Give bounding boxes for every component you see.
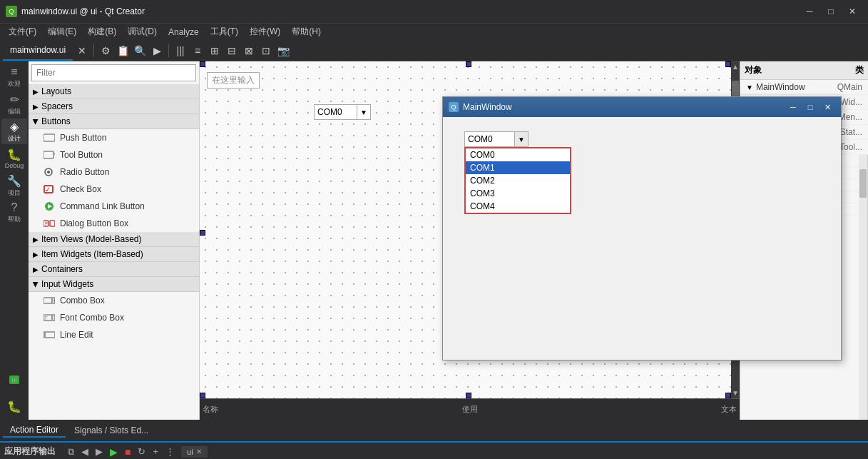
output-tab-ui[interactable]: ui ✕ bbox=[181, 446, 208, 458]
toolbar-btn-8[interactable]: ⊟ bbox=[224, 43, 240, 59]
toolbar-btn-11[interactable]: 📷 bbox=[275, 43, 291, 59]
scroll-down-arrow[interactable]: ▼ bbox=[730, 388, 740, 398]
tool-button-label: Tool Button bbox=[60, 150, 193, 160]
action-tab-1[interactable]: Signals / Slots Ed... bbox=[67, 424, 155, 437]
output-btn-more[interactable]: ⋮ bbox=[163, 445, 177, 458]
toolbar-btn-9[interactable]: ⊠ bbox=[241, 43, 257, 59]
rp-item-mainwindow[interactable]: ▼ MainWindow QMain bbox=[740, 80, 868, 95]
tool-button-icon bbox=[43, 148, 56, 161]
command-link-label: Command Link Button bbox=[60, 201, 193, 211]
toolbar-tab-mainwindow[interactable]: mainwindow.ui bbox=[3, 40, 73, 61]
category-layouts[interactable]: ▶ Layouts bbox=[29, 84, 199, 99]
spacers-expand-icon: ▶ bbox=[33, 103, 39, 111]
combo-box-label: Combo Box bbox=[60, 296, 193, 306]
mw-close-btn[interactable]: ✕ bbox=[820, 101, 835, 114]
toolbar-close-btn[interactable]: ✕ bbox=[74, 43, 90, 59]
toolbar-btn-3[interactable]: 🔍 bbox=[132, 43, 148, 59]
menu-build[interactable]: 构建(B) bbox=[82, 24, 122, 40]
output-btn-plus[interactable]: + bbox=[150, 445, 160, 458]
dropdown-item-com1[interactable]: COM1 bbox=[466, 161, 570, 174]
check-box-label: Check Box bbox=[60, 184, 193, 194]
push-button-icon bbox=[43, 131, 56, 144]
right-scrollbar[interactable] bbox=[859, 155, 867, 420]
sidebar-icon-debug[interactable]: 🐛 Debug bbox=[1, 146, 27, 171]
menu-file[interactable]: 文件(F) bbox=[3, 24, 42, 40]
dropdown-item-com3[interactable]: COM3 bbox=[466, 187, 570, 200]
menu-tools[interactable]: 工具(T) bbox=[205, 24, 244, 40]
toolbar-btn-6[interactable]: ≡ bbox=[190, 43, 205, 59]
scroll-up-arrow[interactable]: ▲ bbox=[730, 61, 740, 72]
widget-combo-box[interactable]: ▼ Combo Box bbox=[29, 292, 199, 309]
output-btn-run[interactable]: ▶ bbox=[108, 445, 120, 458]
mw-minimize-btn[interactable]: ─ bbox=[785, 101, 801, 114]
filter-input[interactable] bbox=[31, 64, 196, 81]
category-buttons[interactable]: ▶ Buttons bbox=[29, 114, 199, 129]
widget-font-combo[interactable]: F Font Combo Box bbox=[29, 309, 199, 326]
widget-command-link[interactable]: Command Link Button bbox=[29, 198, 199, 215]
menu-edit[interactable]: 编辑(E) bbox=[42, 24, 82, 40]
popup-combo-arrow[interactable]: ▼ bbox=[514, 132, 528, 146]
widget-line-edit[interactable]: Line Edit bbox=[29, 326, 199, 343]
toolbar-separator bbox=[93, 44, 94, 57]
close-button[interactable]: ✕ bbox=[842, 4, 862, 19]
item-views-label: Item Views (Model-Based) bbox=[41, 234, 142, 244]
toolbar-btn-10[interactable]: ⊡ bbox=[258, 43, 274, 59]
push-button-label: Push Button bbox=[60, 133, 193, 143]
popup-combo-box[interactable]: COM0 ▼ bbox=[464, 131, 529, 147]
category-spacers[interactable]: ▶ Spacers bbox=[29, 99, 199, 114]
category-input-widgets[interactable]: ▶ Input Widgets bbox=[29, 277, 199, 292]
category-item-widgets[interactable]: ▶ Item Widgets (Item-Based) bbox=[29, 247, 199, 262]
widget-dialog-button[interactable]: ✕ Dialog Button Box bbox=[29, 215, 199, 232]
output-btn-restart[interactable]: ↻ bbox=[136, 445, 148, 458]
output-tab-close[interactable]: ✕ bbox=[196, 448, 202, 455]
category-item-views[interactable]: ▶ Item Views (Model-Based) bbox=[29, 232, 199, 247]
toolbar-btn-2[interactable]: 📋 bbox=[115, 43, 131, 59]
widget-push-button[interactable]: Push Button bbox=[29, 129, 199, 146]
sidebar-icon-debug2[interactable]: 🐛 bbox=[1, 394, 27, 420]
layouts-label: Layouts bbox=[41, 86, 71, 96]
canvas-label-name: 名称 bbox=[203, 404, 218, 415]
sidebar-icon-help[interactable]: ? 帮助 bbox=[1, 200, 27, 226]
minimize-button[interactable]: ─ bbox=[800, 4, 820, 19]
output-btn-next[interactable]: ▶ bbox=[93, 445, 105, 458]
menu-debug[interactable]: 调试(D) bbox=[122, 24, 163, 40]
buttons-expand-icon: ▶ bbox=[32, 118, 40, 124]
widget-tool-button[interactable]: Tool Button bbox=[29, 146, 199, 163]
menu-analyze[interactable]: Analyze bbox=[163, 24, 205, 40]
sidebar-icon-projects[interactable]: 🔧 项目 bbox=[1, 173, 27, 198]
dropdown-item-com4[interactable]: COM4 bbox=[466, 200, 570, 213]
toolbar-btn-7[interactable]: ⊞ bbox=[207, 43, 223, 59]
svg-rect-1 bbox=[44, 151, 53, 158]
popup-combo-value: COM0 bbox=[465, 134, 514, 144]
toolbar-btn-4[interactable]: ▶ bbox=[149, 43, 165, 59]
handle-bl bbox=[200, 393, 205, 398]
output-btn-stop[interactable]: ■ bbox=[123, 445, 133, 458]
canvas-combo-arrow[interactable]: ▼ bbox=[357, 105, 370, 119]
toolbar-btn-5[interactable]: ||| bbox=[173, 43, 188, 59]
maximize-button[interactable]: □ bbox=[821, 4, 841, 19]
menu-help[interactable]: 帮助(H) bbox=[286, 24, 327, 40]
menu-widgets[interactable]: 控件(W) bbox=[244, 24, 286, 40]
sidebar-icon-ui[interactable]: ui bbox=[1, 367, 27, 393]
svg-point-4 bbox=[47, 171, 50, 173]
sidebar-icon-design[interactable]: ◈ 设计 bbox=[1, 118, 27, 144]
buttons-label: Buttons bbox=[41, 116, 71, 126]
canvas-combo[interactable]: COM0 ▼ bbox=[314, 104, 371, 120]
toolbar-btn-1[interactable]: ⚙ bbox=[98, 43, 113, 59]
output-btn-prev[interactable]: ◀ bbox=[79, 445, 91, 458]
sidebar-icon-welcome[interactable]: ≡ 欢迎 bbox=[1, 64, 27, 90]
canvas-bottom: 名称 使用 文本 bbox=[200, 398, 740, 420]
output-btn-copy[interactable]: ⧉ bbox=[66, 445, 76, 458]
layouts-expand-icon: ▶ bbox=[33, 88, 39, 96]
svg-rect-0 bbox=[44, 134, 55, 141]
category-containers[interactable]: ▶ Containers bbox=[29, 262, 199, 277]
widget-radio-button[interactable]: Radio Button bbox=[29, 163, 199, 181]
action-tab-0[interactable]: Action Editor bbox=[3, 423, 66, 438]
mw-maximize-btn[interactable]: □ bbox=[802, 101, 818, 114]
canvas-label-use: 使用 bbox=[462, 404, 478, 415]
dropdown-item-com0[interactable]: COM0 bbox=[466, 148, 570, 161]
dropdown-item-com2[interactable]: COM2 bbox=[466, 174, 570, 187]
sidebar-icon-edit[interactable]: ✏ 编辑 bbox=[1, 91, 27, 117]
svg-text:✓: ✓ bbox=[45, 186, 51, 193]
widget-check-box[interactable]: ✓ Check Box bbox=[29, 181, 199, 198]
